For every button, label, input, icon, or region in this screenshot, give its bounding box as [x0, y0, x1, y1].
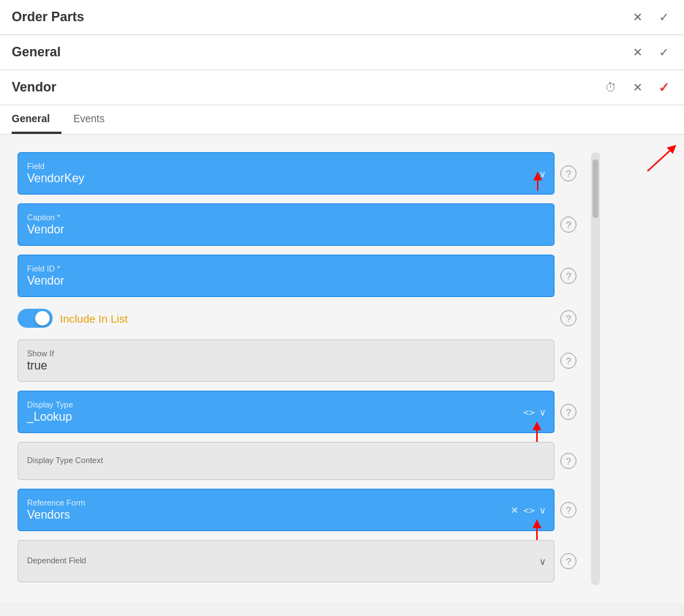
- vendor-title: Vendor: [12, 80, 56, 95]
- scrollbar-thumb: [593, 159, 598, 218]
- dropdown-chevron-reference-form: ∨: [539, 505, 546, 516]
- tab-general[interactable]: General: [12, 105, 61, 134]
- order-parts-close-button[interactable]: ✕: [628, 9, 646, 26]
- vendor-actions: ⏱ ✕ ✓: [602, 79, 672, 97]
- field-value-display-type: _Lookup: [27, 410, 545, 424]
- svg-line-3: [647, 148, 673, 171]
- field-group-reference-form: Reference Form Vendors ✕ <> ∨: [18, 489, 576, 531]
- field-label-display-type: Display Type: [27, 400, 545, 409]
- help-icon-dependent-field[interactable]: ?: [560, 553, 576, 569]
- order-parts-actions: ✕ ✓: [628, 9, 672, 26]
- field-value-field: VendorKey: [27, 172, 545, 185]
- reference-form-actions: ✕ <> ∨: [511, 505, 546, 516]
- dropdown-chevron-display-type: ∨: [539, 407, 546, 418]
- vendor-panel-bar: Vendor ⏱ ✕ ✓: [0, 70, 684, 105]
- field-group-include-in-list: Include In List ?: [18, 306, 576, 331]
- field-label-reference-form: Reference Form: [27, 498, 545, 507]
- field-label-caption: Caption *: [27, 213, 545, 222]
- field-group-display-type-context: Display Type Context ?: [18, 442, 576, 480]
- field-box-display-type[interactable]: Display Type _Lookup <> ∨: [18, 391, 555, 433]
- field-label-dependent-field: Dependent Field: [27, 556, 545, 565]
- help-icon-field-id[interactable]: ?: [560, 268, 576, 284]
- field-box-show-if[interactable]: Show If true: [18, 339, 555, 382]
- field-value-show-if: true: [27, 359, 545, 372]
- vendor-clock-button[interactable]: ⏱: [602, 79, 620, 97]
- help-icon-field[interactable]: ?: [560, 165, 576, 181]
- field-box-reference-form[interactable]: Reference Form Vendors ✕ <> ∨: [18, 489, 555, 531]
- tab-events[interactable]: Events: [73, 105, 116, 134]
- field-group-display-type: Display Type _Lookup <> ∨ ?: [18, 391, 576, 433]
- field-group-dependent-field: Dependent Field ∨ ?: [18, 540, 576, 582]
- field-box-caption[interactable]: Caption * Vendor: [18, 203, 555, 246]
- general-panel-bar: General ✕ ✓: [0, 35, 684, 70]
- field-value-caption: Vendor: [27, 223, 545, 236]
- field-label-field: Field: [27, 162, 545, 170]
- field-group-field-id: Field ID * Vendor ?: [18, 255, 576, 297]
- help-icon-caption[interactable]: ?: [560, 217, 576, 233]
- help-icon-include-in-list[interactable]: ?: [560, 310, 576, 326]
- order-parts-title: Order Parts: [12, 10, 84, 25]
- field-box-dependent-field[interactable]: Dependent Field ∨: [18, 540, 555, 582]
- order-parts-confirm-button[interactable]: ✓: [655, 9, 672, 26]
- vendor-close-button[interactable]: ✕: [628, 79, 646, 97]
- include-in-list-label: Include In List: [60, 312, 128, 325]
- scrollbar[interactable]: [591, 152, 600, 585]
- display-type-actions: <> ∨: [523, 407, 546, 418]
- code-icon-display-type: <>: [523, 407, 535, 418]
- help-icon-display-type-context[interactable]: ?: [560, 453, 576, 469]
- close-icon-reference-form: ✕: [511, 505, 519, 516]
- red-arrow-field: [516, 170, 545, 192]
- field-box-display-type-context[interactable]: Display Type Context: [18, 442, 555, 480]
- help-icon-reference-form[interactable]: ?: [560, 502, 576, 518]
- field-group-show-if: Show If true ?: [18, 339, 576, 382]
- field-label-show-if: Show If: [27, 349, 545, 358]
- red-arrow-confirm: [640, 135, 684, 179]
- field-label-display-type-context: Display Type Context: [27, 456, 545, 465]
- dependent-field-actions: ∨: [539, 556, 546, 567]
- field-group-field: Field VendorKey ∨ ?: [18, 152, 576, 195]
- toggle-knob: [35, 311, 50, 326]
- dropdown-chevron-dependent-field: ∨: [539, 556, 546, 567]
- field-label-field-id: Field ID *: [27, 264, 545, 273]
- field-box-field[interactable]: Field VendorKey ∨: [18, 152, 555, 195]
- help-icon-display-type[interactable]: ?: [560, 404, 576, 420]
- field-group-caption: Caption * Vendor ?: [18, 203, 576, 246]
- general-actions: ✕ ✓: [628, 44, 672, 61]
- content-area: Field VendorKey ∨ ?: [0, 135, 684, 603]
- include-in-list-toggle[interactable]: [18, 309, 53, 328]
- vendor-confirm-button[interactable]: ✓: [655, 79, 672, 97]
- general-confirm-button[interactable]: ✓: [655, 44, 672, 61]
- code-icon-reference-form: <>: [523, 505, 535, 516]
- form-column: Field VendorKey ∨ ?: [18, 152, 588, 585]
- field-value-reference-form: Vendors: [27, 508, 545, 522]
- field-dropdown-area: ∨: [539, 168, 546, 179]
- field-box-field-id[interactable]: Field ID * Vendor: [18, 255, 555, 297]
- tabs-container: General Events: [0, 105, 684, 135]
- help-icon-show-if[interactable]: ?: [560, 353, 576, 369]
- general-title: General: [12, 45, 61, 60]
- field-value-field-id: Vendor: [27, 274, 545, 288]
- order-parts-panel-bar: Order Parts ✕ ✓: [0, 0, 684, 35]
- general-close-button[interactable]: ✕: [628, 44, 646, 61]
